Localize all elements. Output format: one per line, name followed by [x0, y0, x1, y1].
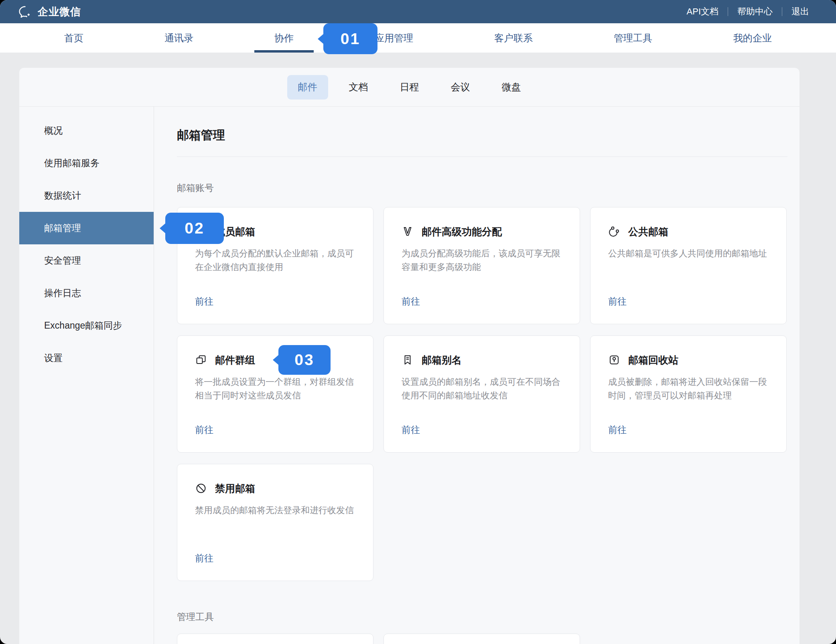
go-link[interactable]: 前往	[402, 424, 420, 436]
card-grid: 成员邮箱为每个成员分配的默认企业邮箱，成员可在企业微信内直接使用前往邮件高级功能…	[177, 207, 787, 581]
card-desc: 设置成员的邮箱别名，成员可在不同场合使用不同的邮箱地址收发信	[402, 375, 562, 402]
go-link[interactable]: 前往	[195, 424, 213, 436]
card-desc: 公共邮箱是可供多人共同使用的邮箱地址	[608, 247, 769, 260]
sidebar-item-use-mail-service[interactable]: 使用邮箱服务	[19, 147, 154, 179]
topbar-links: API文档帮助中心退出	[678, 6, 818, 18]
subtab-mail[interactable]: 邮件	[287, 75, 328, 100]
card-desc: 成员被删除，邮箱将进入回收站保留一段时间，管理员可以对邮箱再处理	[608, 375, 769, 402]
card-desc: 为成员分配高级功能后，该成员可享无限容量和更多高级功能	[402, 247, 562, 274]
subtab-schedule[interactable]: 日程	[389, 75, 430, 100]
sidebar-item-overview[interactable]: 概况	[19, 114, 154, 147]
topbar: 企业微信 API文档帮助中心退出	[0, 0, 836, 23]
topbar-link-help-center[interactable]: 帮助中心	[728, 6, 782, 18]
card-head: 公共邮箱	[608, 225, 769, 238]
card-head: 邮箱回收站	[608, 353, 769, 366]
card-mailbox-recycle-bin: 邮箱回收站成员被删除，邮箱将进入回收站保留一段时间，管理员可以对邮箱再处理前往	[590, 335, 787, 453]
topbar-link-logout[interactable]: 退出	[782, 6, 818, 18]
card-title: 邮箱回收站	[628, 353, 678, 367]
panel-body: 概况使用邮箱服务数据统计邮箱管理安全管理操作日志Exchange邮箱同步设置 邮…	[19, 107, 799, 644]
go-link[interactable]: 前往	[195, 295, 213, 308]
copy-squares-icon	[195, 354, 207, 366]
content: 邮箱管理 邮箱账号成员邮箱为每个成员分配的默认企业邮箱，成员可在企业微信内直接使…	[154, 107, 799, 644]
card-desc: 将一批成员设置为一个群组，对群组发信相当于同时对这些成员发信	[195, 375, 355, 402]
title-divider	[177, 156, 787, 157]
topbar-link-api-docs[interactable]: API文档	[678, 6, 728, 18]
card-head: 邮箱别名	[402, 353, 562, 366]
card-head: 邮件高级功能分配	[402, 225, 562, 238]
go-link[interactable]: 前往	[402, 295, 420, 308]
bookmark-note-icon	[402, 354, 414, 366]
sidebar-item-settings[interactable]: 设置	[19, 342, 154, 374]
card-title: 公共邮箱	[628, 225, 668, 238]
content-sections: 邮箱账号成员邮箱为每个成员分配的默认企业邮箱，成员可在企业微信内直接使用前往邮件…	[177, 182, 787, 644]
sidebar: 概况使用邮箱服务数据统计邮箱管理安全管理操作日志Exchange邮箱同步设置	[19, 107, 154, 644]
subtab-drive[interactable]: 微盘	[491, 75, 532, 100]
card-head: 邮件群组03	[195, 353, 355, 366]
card-disabled-mailbox: 禁用邮箱禁用成员的邮箱将无法登录和进行收发信前往	[177, 464, 373, 581]
brand: 企业微信	[18, 4, 81, 19]
nav-tab-collaboration[interactable]: 协作	[274, 23, 294, 53]
card-grid: 欢迎信邮件归档	[177, 634, 787, 644]
card-mail-advanced-features: 邮件高级功能分配为成员分配高级功能后，该成员可享无限容量和更多高级功能前往	[384, 207, 580, 324]
card-title: 邮箱别名	[422, 353, 462, 367]
subtab-docs[interactable]: 文档	[338, 75, 379, 100]
brand-name: 企业微信	[38, 5, 81, 19]
main-nav: 首页通讯录协作应用管理客户联系管理工具我的企业	[0, 23, 836, 53]
step-badge-1: 01	[323, 23, 377, 54]
go-link[interactable]: 前往	[608, 424, 627, 436]
vip-v-icon	[402, 226, 414, 238]
card-title: 邮件高级功能分配	[422, 225, 502, 238]
card-title: 邮件群组	[215, 353, 255, 367]
card-head: 禁用邮箱	[195, 482, 355, 495]
recycle-bin-icon	[608, 354, 620, 366]
go-link[interactable]: 前往	[195, 552, 213, 565]
card-title: 禁用邮箱	[215, 482, 255, 495]
nav-tab-management-tools[interactable]: 管理工具	[614, 23, 652, 53]
nav-tab-app-management[interactable]: 应用管理	[375, 23, 413, 53]
nav-tab-home[interactable]: 首页	[64, 23, 83, 53]
card-mailbox-alias: 邮箱别名设置成员的邮箱别名，成员可在不同场合使用不同的邮箱地址收发信前往	[384, 335, 580, 453]
step-badge-2: 02	[165, 213, 224, 244]
workspace-panel: 邮件文档日程会议微盘 概况使用邮箱服务数据统计邮箱管理安全管理操作日志Excha…	[19, 68, 799, 644]
subtab-meeting[interactable]: 会议	[440, 75, 481, 100]
nav-tab-contacts[interactable]: 通讯录	[164, 23, 193, 53]
sidebar-item-data-statistics[interactable]: 数据统计	[19, 179, 154, 212]
nav-tab-customer-contact[interactable]: 客户联系	[494, 23, 533, 53]
card-public-mailbox: 公共邮箱公共邮箱是可供多人共同使用的邮箱地址前往	[590, 207, 787, 324]
section-label: 管理工具	[177, 611, 787, 623]
share-network-icon	[608, 226, 620, 238]
sidebar-item-mailbox-management[interactable]: 邮箱管理	[19, 212, 154, 244]
page-title: 邮箱管理	[177, 129, 787, 142]
ban-icon	[195, 482, 207, 494]
go-link[interactable]: 前往	[608, 295, 627, 308]
card-mail-group: 邮件群组03将一批成员设置为一个群组，对群组发信相当于同时对这些成员发信前往	[177, 335, 373, 453]
card-mail-archive: 邮件归档	[384, 634, 580, 644]
app-window: 企业微信 API文档帮助中心退出 首页通讯录协作应用管理客户联系管理工具我的企业…	[0, 0, 836, 644]
workspace-tabs: 邮件文档日程会议微盘	[19, 68, 799, 107]
sidebar-item-exchange-sync[interactable]: Exchange邮箱同步	[19, 309, 154, 342]
sidebar-item-security-management[interactable]: 安全管理	[19, 244, 154, 277]
sidebar-item-operation-log[interactable]: 操作日志	[19, 277, 154, 309]
card-desc: 禁用成员的邮箱将无法登录和进行收发信	[195, 504, 355, 517]
card-welcome-letter: 欢迎信	[177, 634, 373, 644]
wecom-bubble-logo-icon	[18, 4, 32, 19]
card-desc: 为每个成员分配的默认企业邮箱，成员可在企业微信内直接使用	[195, 247, 355, 274]
nav-tab-my-company[interactable]: 我的企业	[733, 23, 772, 53]
step-badge-3: 03	[278, 345, 331, 375]
section-label: 邮箱账号	[177, 182, 787, 194]
